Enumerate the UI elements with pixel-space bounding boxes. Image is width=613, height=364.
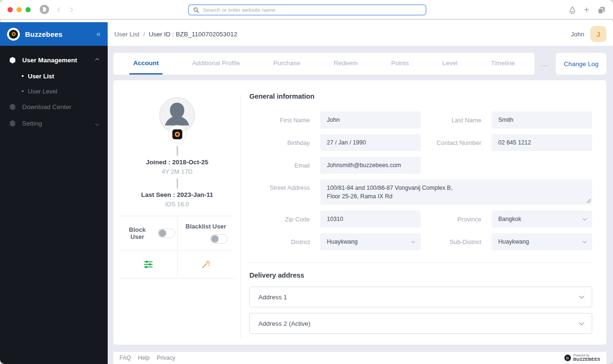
window-controls[interactable] bbox=[8, 7, 31, 12]
magic-wand-icon bbox=[201, 259, 211, 270]
buzzebees-logo-icon bbox=[7, 28, 20, 41]
grant-action-button[interactable] bbox=[177, 251, 235, 278]
last-name-label: Last Name bbox=[421, 117, 481, 124]
buzzebees-footer-logo-icon bbox=[564, 355, 571, 361]
chevron-down-icon bbox=[579, 294, 584, 298]
avatar[interactable]: J bbox=[590, 26, 606, 42]
change-log-button[interactable]: Change Log bbox=[556, 53, 606, 75]
section-title: General information bbox=[249, 93, 592, 100]
sidebar-menu: User Management User List User Level Dow… bbox=[0, 46, 108, 132]
module-icon bbox=[9, 120, 16, 127]
section-title: Delivery address bbox=[249, 271, 592, 279]
water-drop-icon[interactable] bbox=[569, 6, 576, 14]
tab-additional-profile[interactable]: Additional Profile bbox=[188, 53, 244, 75]
general-information-panel: General information First Name Last Name bbox=[241, 80, 606, 345]
content: Account Additional Profile Purchase Rede… bbox=[108, 46, 613, 364]
last-seen-device: iOS 16.0 bbox=[113, 201, 241, 208]
contact-number-label: Contact Number bbox=[421, 139, 481, 146]
tab-level[interactable]: Level bbox=[439, 53, 461, 75]
first-name-label: First Name bbox=[249, 117, 310, 124]
divider bbox=[249, 262, 592, 263]
privacy-link[interactable]: Privacy bbox=[157, 355, 175, 361]
buzzebees-badge-icon bbox=[169, 126, 186, 143]
tab-account[interactable]: Account bbox=[129, 53, 162, 75]
address-1-accordion[interactable]: Address 1 bbox=[249, 287, 592, 307]
sidebar-item-user-list[interactable]: User List bbox=[0, 68, 108, 84]
minimize-window-icon[interactable] bbox=[17, 7, 22, 12]
forward-icon[interactable] bbox=[68, 7, 73, 12]
province-select[interactable]: Bangkok bbox=[492, 211, 592, 228]
birthday-label: Birthday bbox=[249, 139, 310, 146]
blacklist-user-toggle[interactable] bbox=[210, 234, 228, 244]
bullet-icon bbox=[22, 90, 24, 92]
browser-chrome: + bbox=[0, 0, 613, 20]
site-icon bbox=[40, 5, 49, 14]
timeline-connector bbox=[177, 146, 178, 156]
email-label: Email bbox=[249, 162, 310, 169]
last-seen-date: Last Seen : 2023-Jan-11 bbox=[113, 191, 241, 198]
address-2-accordion[interactable]: Address 2 (Active) bbox=[249, 313, 592, 334]
street-address-label: Street Address bbox=[249, 184, 310, 191]
powered-by: Powered by BUZZEBEES bbox=[564, 354, 600, 362]
tab-bar: Account Additional Profile Purchase Rede… bbox=[113, 53, 606, 75]
chevron-down-icon bbox=[583, 216, 587, 220]
joined-duration: 4Y 2M 17D bbox=[113, 168, 241, 175]
district-label: District bbox=[249, 238, 310, 245]
district-select[interactable]: Huaykwang bbox=[320, 233, 421, 250]
chevron-down-icon bbox=[583, 239, 587, 243]
sub-district-label: Sub-District bbox=[421, 238, 481, 245]
brand-name: Buzzebees bbox=[25, 30, 91, 38]
blacklist-user-control: Blacklist User bbox=[177, 216, 235, 250]
province-label: Province bbox=[421, 216, 481, 223]
breadcrumb-user-list[interactable]: User List bbox=[114, 31, 139, 38]
contact-number-field[interactable] bbox=[492, 134, 592, 151]
last-name-field[interactable] bbox=[492, 111, 592, 128]
breadcrumb-user-id: User ID : BZB_1100702053012 bbox=[149, 31, 237, 38]
address-bar[interactable] bbox=[188, 4, 426, 16]
main-area: User List / User ID : BZB_1100702053012 … bbox=[108, 22, 613, 364]
block-user-control: Block User bbox=[120, 216, 177, 250]
sidebar: Buzzebees « User Management User List Us… bbox=[0, 22, 108, 364]
birthday-field[interactable] bbox=[320, 134, 421, 151]
new-tab-icon[interactable]: + bbox=[584, 5, 589, 15]
block-user-toggle[interactable] bbox=[158, 229, 175, 238]
street-address-resize-handle bbox=[320, 179, 592, 205]
zip-code-field[interactable] bbox=[320, 211, 421, 228]
account-card: Joined : 2018-Oct-25 4Y 2M 17D Last Seen… bbox=[113, 80, 606, 345]
app-footer: FAQ Help Privacy Powered by BUZZEBEES bbox=[113, 351, 606, 364]
tab-points[interactable]: Points bbox=[387, 53, 413, 75]
module-icon bbox=[9, 104, 16, 110]
sidebar-item-user-level[interactable]: User Level bbox=[0, 84, 108, 99]
tab-purchase[interactable]: Purchase bbox=[270, 53, 304, 75]
tabs-overflow-ellipsis[interactable]: ... bbox=[535, 53, 556, 75]
search-icon bbox=[193, 7, 199, 13]
header-user[interactable]: John J bbox=[571, 26, 606, 42]
tab-redeem[interactable]: Redeem bbox=[330, 53, 362, 75]
chevron-down-icon bbox=[411, 239, 415, 243]
help-link[interactable]: Help bbox=[138, 355, 150, 361]
sliders-icon bbox=[143, 259, 153, 270]
email-field[interactable] bbox=[320, 157, 421, 174]
collapse-sidebar-icon[interactable]: « bbox=[96, 30, 101, 38]
close-window-icon[interactable] bbox=[8, 7, 13, 12]
joined-date: Joined : 2018-Oct-25 bbox=[113, 159, 241, 166]
sidebar-item-download-center[interactable]: Download Center bbox=[0, 99, 108, 115]
tab-switcher-icon[interactable] bbox=[597, 6, 605, 14]
divider bbox=[120, 278, 234, 279]
sidebar-header: Buzzebees « bbox=[0, 22, 108, 46]
first-name-field[interactable] bbox=[320, 111, 421, 128]
zoom-window-icon[interactable] bbox=[26, 7, 31, 12]
filter-action-button[interactable] bbox=[120, 251, 177, 278]
chevron-down-icon bbox=[579, 320, 584, 325]
profile-panel: Joined : 2018-Oct-25 4Y 2M 17D Last Seen… bbox=[113, 80, 241, 345]
bullet-icon bbox=[22, 75, 24, 77]
street-address-field[interactable] bbox=[320, 179, 592, 205]
sub-district-select[interactable]: Huaykwang bbox=[492, 233, 592, 250]
sidebar-item-user-management[interactable]: User Management bbox=[0, 52, 108, 68]
chevron-up-icon bbox=[95, 59, 99, 62]
back-icon[interactable] bbox=[58, 7, 62, 12]
sidebar-item-setting[interactable]: Setting bbox=[0, 115, 108, 132]
search-input[interactable] bbox=[203, 7, 421, 13]
tab-timeline[interactable]: Timeline bbox=[487, 53, 519, 75]
faq-link[interactable]: FAQ bbox=[119, 355, 131, 361]
